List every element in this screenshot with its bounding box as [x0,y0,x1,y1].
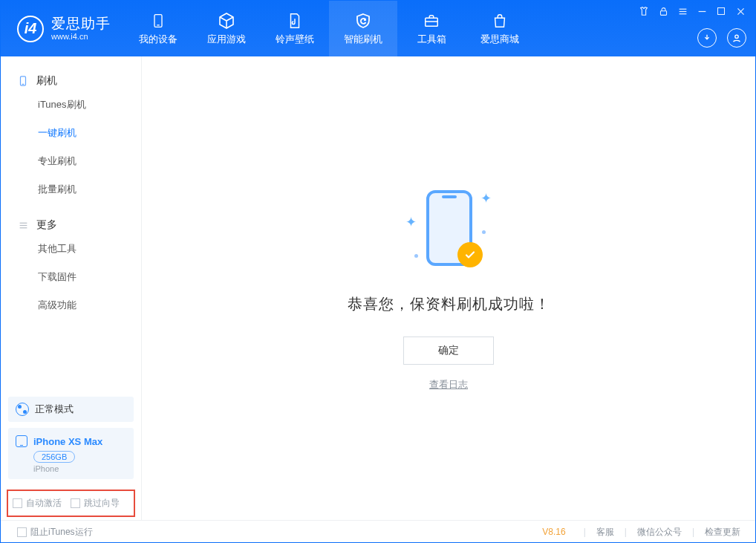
nav-toolbox[interactable]: 工具箱 [397,1,466,56]
phone-small-icon [16,435,27,447]
support-link[interactable]: 客服 [593,526,617,539]
device-name: iPhone XS Max [33,436,102,447]
ok-button[interactable]: 确定 [403,336,494,365]
svg-rect-8 [718,8,725,15]
checkbox-icon [13,498,22,508]
sparkle-icon: ✦ [405,214,417,230]
device-card[interactable]: iPhone XS Max 256GB iPhone [8,428,134,479]
logo-icon: i4 [17,16,44,42]
download-button[interactable] [697,28,717,48]
success-illustration: ✦ ✦ [404,186,493,275]
account-button[interactable] [727,28,746,48]
checkbox-icon [17,527,27,537]
shirt-icon[interactable] [638,5,650,17]
nav-ring-wallpaper[interactable]: 铃声壁纸 [261,1,329,56]
menu-icon[interactable] [677,5,688,17]
nav-smart-flash[interactable]: 智能刷机 [329,1,397,56]
app-url: www.i4.cn [51,32,111,41]
wechat-link[interactable]: 微信公众号 [634,526,685,539]
sidebar-item-download-firmware[interactable]: 下载固件 [1,263,141,291]
svg-rect-2 [426,18,438,26]
device-mode[interactable]: 正常模式 [8,397,134,422]
toolbox-icon [422,11,441,30]
status-bar: 阻止iTunes运行 V8.16 | 客服 | 微信公众号 | 检查更新 [1,520,755,543]
refresh-shield-icon [353,11,373,30]
lock-icon[interactable] [657,5,669,17]
view-log-link[interactable]: 查看日志 [429,378,468,391]
device-capacity: 256GB [33,451,75,463]
sidebar-item-advanced[interactable]: 高级功能 [1,291,141,319]
version-label: V8.16 [542,527,565,537]
sidebar: 刷机 iTunes刷机 一键刷机 专业刷机 批量刷机 更多 其他工具 下载固件 … [1,56,142,520]
options-highlight-box: 自动激活 跳过向导 [7,490,135,517]
device-icon [17,75,29,87]
sidebar-item-oneclick-flash[interactable]: 一键刷机 [1,119,141,147]
sidebar-item-batch-flash[interactable]: 批量刷机 [1,175,141,204]
list-icon [17,219,29,231]
sidebar-group-flash: 刷机 [1,70,141,91]
bag-icon [490,11,509,30]
cube-icon [217,11,236,30]
close-button[interactable] [734,5,746,17]
sidebar-item-itunes-flash[interactable]: iTunes刷机 [1,91,141,119]
check-update-link[interactable]: 检查更新 [702,526,743,539]
checkbox-block-itunes[interactable]: 阻止iTunes运行 [17,526,93,539]
checkbox-icon [71,498,80,508]
maximize-button[interactable] [715,5,727,17]
dot-icon [482,230,486,234]
svg-point-11 [735,35,738,38]
sparkle-icon: ✦ [480,190,492,207]
sidebar-item-other-tools[interactable]: 其他工具 [1,235,141,263]
minimize-button[interactable] [696,5,708,17]
phone-icon [149,11,168,30]
device-type: iPhone [33,464,59,473]
svg-rect-3 [660,10,666,15]
app-logo: i4 爱思助手 www.i4.cn [1,16,124,42]
mode-icon [16,403,29,416]
music-file-icon [285,11,304,30]
nav-store[interactable]: 爱思商城 [466,1,534,56]
sidebar-group-more: 更多 [1,214,141,235]
title-bar: i4 爱思助手 www.i4.cn 我的设备 应用游戏 铃声壁纸 智能刷机 工具… [1,1,755,56]
checkbox-skip-guide[interactable]: 跳过向导 [71,497,120,510]
main-content: ✦ ✦ 恭喜您，保资料刷机成功啦！ 确定 查看日志 [142,56,755,520]
nav-apps-games[interactable]: 应用游戏 [192,1,261,56]
dot-icon [414,254,418,258]
nav-my-device[interactable]: 我的设备 [124,1,192,56]
top-nav: 我的设备 应用游戏 铃声壁纸 智能刷机 工具箱 爱思商城 [124,1,534,56]
sidebar-item-pro-flash[interactable]: 专业刷机 [1,147,141,175]
checkbox-auto-activate[interactable]: 自动激活 [13,497,62,510]
success-message: 恭喜您，保资料刷机成功啦！ [348,294,550,314]
app-name: 爱思助手 [51,16,111,32]
check-badge-icon [457,242,483,267]
window-controls [638,5,746,17]
